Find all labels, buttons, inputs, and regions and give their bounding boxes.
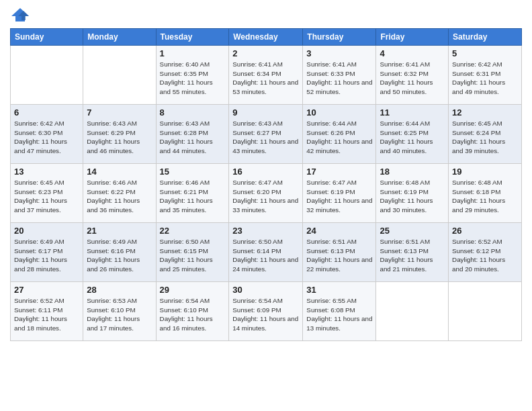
cell-3-3: 23Sunrise: 6:50 AM Sunset: 6:14 PM Dayli… — [229, 223, 303, 282]
day-info-3-0: Sunrise: 6:49 AM Sunset: 6:17 PM Dayligh… — [14, 237, 79, 274]
cell-3-0: 20Sunrise: 6:49 AM Sunset: 6:17 PM Dayli… — [11, 223, 83, 282]
day-number-3-3: 23 — [232, 226, 299, 236]
week-row-2: 13Sunrise: 6:45 AM Sunset: 6:23 PM Dayli… — [11, 164, 522, 223]
day-info-2-5: Sunrise: 6:48 AM Sunset: 6:19 PM Dayligh… — [380, 178, 445, 215]
cell-4-4: 31Sunrise: 6:55 AM Sunset: 6:08 PM Dayli… — [303, 282, 376, 341]
day-info-4-1: Sunrise: 6:53 AM Sunset: 6:10 PM Dayligh… — [87, 296, 152, 333]
day-info-2-1: Sunrise: 6:46 AM Sunset: 6:22 PM Dayligh… — [87, 178, 152, 215]
cell-1-5: 11Sunrise: 6:44 AM Sunset: 6:25 PM Dayli… — [376, 105, 449, 164]
day-number-4-4: 31 — [306, 285, 372, 295]
page: Sunday Monday Tuesday Wednesday Thursday… — [0, 0, 532, 411]
day-info-3-3: Sunrise: 6:50 AM Sunset: 6:14 PM Dayligh… — [232, 237, 299, 274]
header-tuesday: Tuesday — [156, 29, 229, 46]
cell-0-5: 4Sunrise: 6:41 AM Sunset: 6:32 PM Daylig… — [376, 46, 449, 105]
cell-3-1: 21Sunrise: 6:49 AM Sunset: 6:16 PM Dayli… — [83, 223, 156, 282]
day-number-2-3: 16 — [232, 167, 299, 177]
day-number-0-5: 4 — [380, 48, 445, 58]
day-info-3-1: Sunrise: 6:49 AM Sunset: 6:16 PM Dayligh… — [87, 237, 152, 274]
day-number-4-3: 30 — [232, 285, 299, 295]
cell-1-6: 12Sunrise: 6:45 AM Sunset: 6:24 PM Dayli… — [449, 105, 522, 164]
day-number-3-5: 25 — [380, 226, 445, 236]
day-number-2-6: 19 — [452, 167, 518, 177]
day-info-1-1: Sunrise: 6:43 AM Sunset: 6:29 PM Dayligh… — [87, 119, 152, 156]
day-info-0-4: Sunrise: 6:41 AM Sunset: 6:33 PM Dayligh… — [306, 60, 372, 97]
day-number-1-3: 9 — [232, 107, 299, 118]
logo-icon — [10, 7, 30, 23]
week-row-3: 20Sunrise: 6:49 AM Sunset: 6:17 PM Dayli… — [11, 223, 522, 282]
day-info-2-3: Sunrise: 6:47 AM Sunset: 6:20 PM Dayligh… — [232, 178, 299, 215]
day-info-1-2: Sunrise: 6:43 AM Sunset: 6:28 PM Dayligh… — [160, 119, 226, 156]
day-info-1-3: Sunrise: 6:43 AM Sunset: 6:27 PM Dayligh… — [232, 119, 299, 156]
day-number-2-4: 17 — [306, 167, 372, 177]
cell-4-6 — [449, 282, 522, 341]
cell-2-2: 15Sunrise: 6:46 AM Sunset: 6:21 PM Dayli… — [156, 164, 229, 223]
header-thursday: Thursday — [303, 29, 376, 46]
day-info-0-6: Sunrise: 6:42 AM Sunset: 6:31 PM Dayligh… — [452, 60, 518, 97]
cell-2-1: 14Sunrise: 6:46 AM Sunset: 6:22 PM Dayli… — [83, 164, 156, 223]
header-sunday: Sunday — [11, 29, 83, 46]
header-friday: Friday — [376, 29, 449, 46]
day-number-3-2: 22 — [160, 226, 226, 236]
day-number-3-6: 26 — [452, 226, 518, 236]
day-number-0-3: 2 — [232, 48, 299, 58]
logo-area — [10, 7, 33, 23]
day-number-0-6: 5 — [452, 48, 518, 58]
day-info-0-5: Sunrise: 6:41 AM Sunset: 6:32 PM Dayligh… — [380, 60, 445, 97]
day-number-1-5: 11 — [380, 107, 445, 118]
weekday-header-row: Sunday Monday Tuesday Wednesday Thursday… — [11, 29, 522, 46]
day-info-0-2: Sunrise: 6:40 AM Sunset: 6:35 PM Dayligh… — [160, 60, 226, 97]
day-info-4-2: Sunrise: 6:54 AM Sunset: 6:10 PM Dayligh… — [160, 296, 226, 333]
cell-0-0 — [11, 46, 83, 105]
day-info-1-6: Sunrise: 6:45 AM Sunset: 6:24 PM Dayligh… — [452, 119, 518, 156]
day-number-2-2: 15 — [160, 167, 226, 177]
day-number-3-1: 21 — [87, 226, 152, 236]
day-number-3-4: 24 — [306, 226, 372, 236]
week-row-1: 6Sunrise: 6:42 AM Sunset: 6:30 PM Daylig… — [11, 105, 522, 164]
day-info-3-2: Sunrise: 6:50 AM Sunset: 6:15 PM Dayligh… — [160, 237, 226, 274]
cell-4-3: 30Sunrise: 6:54 AM Sunset: 6:09 PM Dayli… — [229, 282, 303, 341]
header-saturday: Saturday — [449, 29, 522, 46]
cell-2-3: 16Sunrise: 6:47 AM Sunset: 6:20 PM Dayli… — [229, 164, 303, 223]
cell-1-1: 7Sunrise: 6:43 AM Sunset: 6:29 PM Daylig… — [83, 105, 156, 164]
week-row-4: 27Sunrise: 6:52 AM Sunset: 6:11 PM Dayli… — [11, 282, 522, 341]
day-number-0-4: 3 — [306, 48, 372, 58]
day-info-0-3: Sunrise: 6:41 AM Sunset: 6:34 PM Dayligh… — [232, 60, 299, 97]
day-info-1-5: Sunrise: 6:44 AM Sunset: 6:25 PM Dayligh… — [380, 119, 445, 156]
day-info-2-0: Sunrise: 6:45 AM Sunset: 6:23 PM Dayligh… — [14, 178, 79, 215]
header-wednesday: Wednesday — [229, 29, 303, 46]
day-info-3-4: Sunrise: 6:51 AM Sunset: 6:13 PM Dayligh… — [306, 237, 372, 274]
day-info-4-4: Sunrise: 6:55 AM Sunset: 6:08 PM Dayligh… — [306, 296, 372, 333]
calendar-table: Sunday Monday Tuesday Wednesday Thursday… — [10, 28, 522, 341]
cell-0-3: 2Sunrise: 6:41 AM Sunset: 6:34 PM Daylig… — [229, 46, 303, 105]
day-number-4-1: 28 — [87, 285, 152, 295]
day-info-4-3: Sunrise: 6:54 AM Sunset: 6:09 PM Dayligh… — [232, 296, 299, 333]
day-info-2-4: Sunrise: 6:47 AM Sunset: 6:19 PM Dayligh… — [306, 178, 372, 215]
day-info-1-4: Sunrise: 6:44 AM Sunset: 6:26 PM Dayligh… — [306, 119, 372, 156]
cell-4-1: 28Sunrise: 6:53 AM Sunset: 6:10 PM Dayli… — [83, 282, 156, 341]
cell-4-0: 27Sunrise: 6:52 AM Sunset: 6:11 PM Dayli… — [11, 282, 83, 341]
cell-3-6: 26Sunrise: 6:52 AM Sunset: 6:12 PM Dayli… — [449, 223, 522, 282]
day-info-1-0: Sunrise: 6:42 AM Sunset: 6:30 PM Dayligh… — [14, 119, 79, 156]
cell-4-2: 29Sunrise: 6:54 AM Sunset: 6:10 PM Dayli… — [156, 282, 229, 341]
cell-4-5 — [376, 282, 449, 341]
day-number-0-2: 1 — [160, 48, 226, 58]
cell-1-2: 8Sunrise: 6:43 AM Sunset: 6:28 PM Daylig… — [156, 105, 229, 164]
cell-3-5: 25Sunrise: 6:51 AM Sunset: 6:13 PM Dayli… — [376, 223, 449, 282]
cell-2-0: 13Sunrise: 6:45 AM Sunset: 6:23 PM Dayli… — [11, 164, 83, 223]
cell-2-4: 17Sunrise: 6:47 AM Sunset: 6:19 PM Dayli… — [303, 164, 376, 223]
day-number-3-0: 20 — [14, 226, 79, 236]
cell-0-6: 5Sunrise: 6:42 AM Sunset: 6:31 PM Daylig… — [449, 46, 522, 105]
cell-3-4: 24Sunrise: 6:51 AM Sunset: 6:13 PM Dayli… — [303, 223, 376, 282]
header — [10, 7, 522, 23]
day-info-2-2: Sunrise: 6:46 AM Sunset: 6:21 PM Dayligh… — [160, 178, 226, 215]
day-number-1-0: 6 — [14, 107, 79, 118]
day-number-4-2: 29 — [160, 285, 226, 295]
day-info-3-6: Sunrise: 6:52 AM Sunset: 6:12 PM Dayligh… — [452, 237, 518, 274]
day-number-4-0: 27 — [14, 285, 79, 295]
day-number-2-1: 14 — [87, 167, 152, 177]
cell-2-5: 18Sunrise: 6:48 AM Sunset: 6:19 PM Dayli… — [376, 164, 449, 223]
day-number-2-5: 18 — [380, 167, 445, 177]
cell-1-4: 10Sunrise: 6:44 AM Sunset: 6:26 PM Dayli… — [303, 105, 376, 164]
cell-1-0: 6Sunrise: 6:42 AM Sunset: 6:30 PM Daylig… — [11, 105, 83, 164]
cell-3-2: 22Sunrise: 6:50 AM Sunset: 6:15 PM Dayli… — [156, 223, 229, 282]
